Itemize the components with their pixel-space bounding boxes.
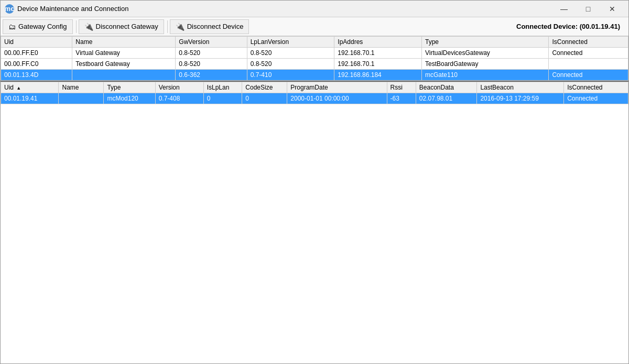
gateway-cell: VirtualDevicesGateway	[422, 48, 549, 59]
disconnect-device-icon: 🔌	[176, 23, 185, 31]
col-dev-name: Name	[59, 82, 104, 93]
col-dev-islplan: IsLpLan	[203, 82, 242, 93]
gateway-cell: 0.8-520	[176, 59, 247, 70]
col-dev-version: Version	[155, 82, 203, 93]
gateway-cell: 00.01.13.4D	[1, 70, 72, 81]
gateway-cell: mcGate110	[422, 70, 549, 81]
device-cell: 00.01.19.41	[1, 93, 59, 104]
gateway-cell: Testboard Gateway	[72, 59, 176, 70]
maximize-button[interactable]: □	[576, 1, 600, 17]
gateway-cell: 192.168.86.184	[334, 70, 422, 81]
gateway-cell: 0.8-520	[247, 59, 334, 70]
window-title: Device Maintenance and Connection	[17, 5, 552, 13]
gateway-config-button[interactable]: 🗂 Gateway Config	[3, 19, 73, 34]
device-cell: 2016-09-13 17:29:59	[477, 93, 564, 104]
close-button[interactable]: ✕	[600, 1, 624, 17]
device-cell: 0.7-408	[155, 93, 203, 104]
col-ipaddres: IpAddres	[334, 37, 422, 48]
gateway-config-icon: 🗂	[8, 23, 16, 31]
col-dev-lastbeacon: LastBeacon	[477, 82, 564, 93]
col-dev-programdate: ProgramDate	[287, 82, 387, 93]
disconnect-gateway-icon: 🔌	[84, 23, 93, 31]
col-dev-codesize: CodeSize	[242, 82, 287, 93]
connected-device-label: Connected Device: (00.01.19.41)	[516, 23, 620, 30]
gateway-table-row[interactable]: 00.01.13.4D0.6-3620.7-410192.168.86.184m…	[1, 70, 628, 81]
gateway-cell: 0.8-520	[176, 48, 247, 59]
disconnect-gateway-button[interactable]: 🔌 Disconnect Gateway	[79, 19, 164, 34]
gateway-cell: 00.00.FF.C0	[1, 59, 72, 70]
gateway-table-row[interactable]: 00.00.FF.E0Virtual Gateway0.8-5200.8-520…	[1, 48, 628, 59]
device-cell: Connected	[564, 93, 628, 104]
device-cell: 0	[203, 93, 242, 104]
device-table-header: Uid ▲ Name Type Version IsLpLan CodeSize…	[1, 82, 628, 93]
col-type: Type	[422, 37, 549, 48]
device-cell: 02.07.98.01	[416, 93, 477, 104]
col-dev-type: Type	[104, 82, 155, 93]
device-table-section: Uid ▲ Name Type Version IsLpLan CodeSize…	[1, 82, 628, 363]
col-dev-beacondata: BeaconData	[416, 82, 477, 93]
disconnect-gateway-label: Disconnect Gateway	[96, 23, 158, 30]
device-cell: 2000-01-01 00:00:00	[287, 93, 387, 104]
device-table-row[interactable]: 00.01.19.41mcMod1200.7-408002000-01-01 0…	[1, 93, 628, 104]
device-cell	[59, 93, 104, 104]
col-name: Name	[72, 37, 176, 48]
col-dev-uid: Uid ▲	[1, 82, 59, 93]
gateway-cell	[549, 59, 628, 70]
toolbar-separator-1	[76, 20, 77, 33]
gateway-table-row[interactable]: 00.00.FF.C0Testboard Gateway0.8-5200.8-5…	[1, 59, 628, 70]
col-uid: Uid	[1, 37, 72, 48]
gateway-cell	[72, 70, 176, 81]
col-dev-rssi: Rssi	[387, 82, 416, 93]
col-lplanversion: LpLanVersion	[247, 37, 334, 48]
device-table: Uid ▲ Name Type Version IsLpLan CodeSize…	[1, 82, 628, 104]
device-cell: -63	[387, 93, 416, 104]
window-controls: — □ ✕	[552, 1, 624, 17]
gateway-cell: Connected	[549, 70, 628, 81]
gateway-table-section: Uid Name GwVersion LpLanVersion IpAddres…	[1, 36, 628, 82]
col-isconnected: IsConnected	[549, 37, 628, 48]
main-window: mc Device Maintenance and Connection — □…	[0, 0, 629, 364]
device-cell: mcMod120	[104, 93, 155, 104]
disconnect-device-label: Disconnect Device	[187, 23, 244, 30]
gateway-table: Uid Name GwVersion LpLanVersion IpAddres…	[1, 36, 628, 81]
device-cell: 0	[242, 93, 287, 104]
sort-arrow-icon: ▲	[16, 85, 21, 91]
gateway-cell: 0.6-362	[176, 70, 247, 81]
title-bar: mc Device Maintenance and Connection — □…	[1, 1, 628, 17]
gateway-cell: TestBoardGateway	[422, 59, 549, 70]
col-dev-isconnected: IsConnected	[564, 82, 628, 93]
gateway-cell: 0.8-520	[247, 48, 334, 59]
minimize-button[interactable]: —	[552, 1, 576, 17]
gateway-cell: Virtual Gateway	[72, 48, 176, 59]
gateway-cell: 192.168.70.1	[334, 48, 422, 59]
gateway-cell: 0.7-410	[247, 70, 334, 81]
col-gwversion: GwVersion	[176, 37, 247, 48]
disconnect-device-button[interactable]: 🔌 Disconnect Device	[170, 19, 250, 34]
toolbar-separator-2	[167, 20, 168, 33]
gateway-cell: 192.168.70.1	[334, 59, 422, 70]
main-content: Uid Name GwVersion LpLanVersion IpAddres…	[1, 36, 628, 363]
gateway-cell: 00.00.FF.E0	[1, 48, 72, 59]
gateway-table-header: Uid Name GwVersion LpLanVersion IpAddres…	[1, 37, 628, 48]
gateway-cell: Connected	[549, 48, 628, 59]
app-icon: mc	[5, 4, 14, 14]
gateway-config-label: Gateway Config	[18, 23, 67, 30]
toolbar: 🗂 Gateway Config 🔌 Disconnect Gateway 🔌 …	[1, 17, 628, 36]
